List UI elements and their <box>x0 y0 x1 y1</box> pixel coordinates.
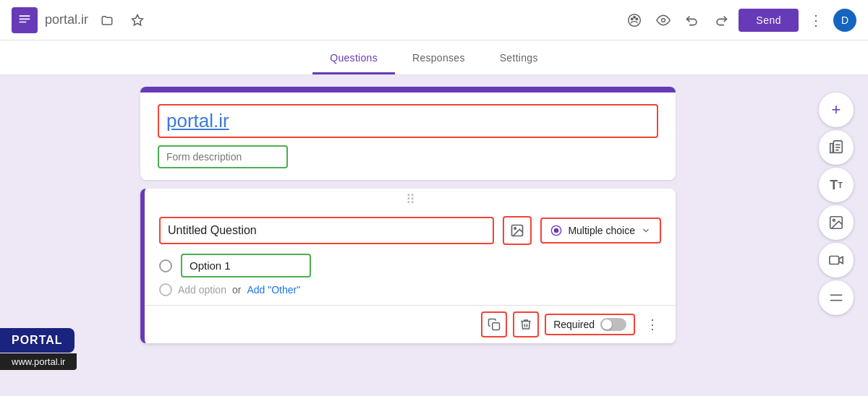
form-area: ⠿ <box>12 87 804 384</box>
tab-settings[interactable]: Settings <box>482 43 556 74</box>
watermark-url: www.portal.ir <box>0 353 77 370</box>
svg-point-6 <box>634 16 636 18</box>
add-other-option-link[interactable]: Add "Other" <box>247 284 300 296</box>
form-title-input[interactable] <box>158 104 658 138</box>
tab-responses[interactable]: Responses <box>395 43 482 74</box>
svg-point-10 <box>514 228 516 230</box>
question-type-select[interactable]: Multiple choice <box>540 218 661 244</box>
question-bottom-toolbar: Required ⋮ <box>145 305 676 343</box>
undo-icon[interactable] <box>681 9 704 32</box>
svg-marker-3 <box>132 14 143 25</box>
radio-circle <box>159 259 172 272</box>
topbar-right: Send ⋮ D <box>623 9 856 32</box>
add-title-button[interactable]: TT <box>819 168 854 202</box>
question-card-inner: Multiple choice Add option or <box>145 207 676 305</box>
svg-rect-0 <box>20 15 30 17</box>
svg-point-7 <box>636 18 638 20</box>
main-content: ⠿ <box>0 75 868 396</box>
svg-rect-1 <box>20 18 30 20</box>
import-questions-button[interactable] <box>819 130 854 165</box>
form-header-inner <box>140 92 676 180</box>
preview-icon[interactable] <box>652 9 675 32</box>
option-input[interactable] <box>181 254 311 277</box>
svg-rect-20 <box>830 257 839 264</box>
send-button[interactable]: Send <box>739 9 799 32</box>
svg-rect-13 <box>493 323 500 330</box>
option-row <box>159 254 661 277</box>
watermark-badge: PORTAL <box>0 328 75 353</box>
add-image-button[interactable] <box>819 205 854 240</box>
add-section-button[interactable] <box>819 280 854 315</box>
redo-icon[interactable] <box>710 9 733 32</box>
question-top-row: Multiple choice <box>159 216 661 245</box>
image-insert-button[interactable] <box>503 216 532 245</box>
svg-rect-14 <box>833 141 842 153</box>
folder-icon[interactable] <box>95 9 119 32</box>
palette-icon[interactable] <box>623 9 646 32</box>
add-option-radio <box>159 283 172 296</box>
add-option-text[interactable]: Add option <box>178 284 226 296</box>
question-card: ⠿ <box>140 189 676 343</box>
topbar: portal.ir <box>0 0 868 40</box>
topbar-left: portal.ir <box>12 7 623 33</box>
svg-point-19 <box>833 219 835 221</box>
tabs-bar: Questions Responses Settings <box>0 40 868 75</box>
required-label: Required <box>553 319 595 330</box>
add-option-or: or <box>232 284 241 296</box>
app-icon <box>12 7 38 33</box>
star-icon[interactable] <box>126 9 149 32</box>
tab-questions[interactable]: Questions <box>312 43 395 74</box>
more-options-icon[interactable]: ⋮ <box>804 9 827 32</box>
duplicate-button[interactable] <box>481 311 507 337</box>
delete-button[interactable] <box>513 311 539 337</box>
question-title-input[interactable] <box>159 217 494 244</box>
svg-rect-2 <box>20 21 27 22</box>
avatar: D <box>833 9 856 32</box>
form-header-card <box>140 87 676 180</box>
add-option-row: Add option or Add "Other" <box>159 283 661 305</box>
form-description-input[interactable] <box>158 145 288 168</box>
required-toggle[interactable] <box>600 318 626 331</box>
drag-handle[interactable]: ⠿ <box>145 189 676 207</box>
add-question-button[interactable]: + <box>819 92 854 127</box>
right-sidebar: + TT <box>816 87 856 384</box>
svg-point-5 <box>631 18 634 20</box>
question-more-button[interactable]: ⋮ <box>641 313 664 336</box>
svg-point-8 <box>662 18 665 22</box>
svg-point-12 <box>555 228 558 232</box>
required-section: Required <box>545 314 635 335</box>
app-title: portal.ir <box>45 12 88 27</box>
type-select-label: Multiple choice <box>568 225 635 236</box>
add-video-button[interactable] <box>819 243 854 277</box>
